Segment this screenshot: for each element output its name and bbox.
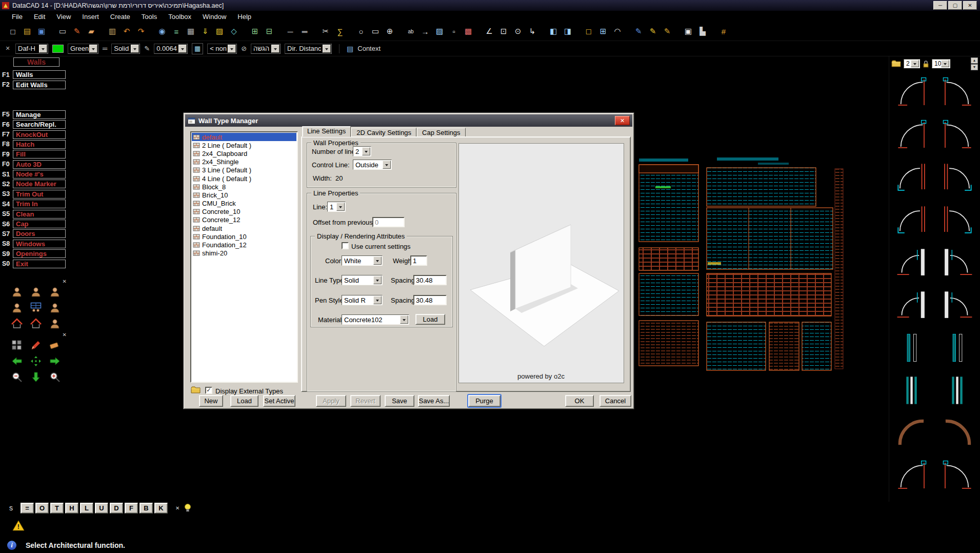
export-icon[interactable]: ⇓ (198, 25, 212, 38)
quick-key-=[interactable]: = (21, 503, 34, 514)
direction-combo[interactable]: Dir. Distanc (285, 44, 332, 54)
color-select[interactable]: White (342, 255, 383, 266)
wall-detail-thumbnail-swing2-r[interactable] (935, 199, 980, 241)
close-button[interactable]: ✕ (963, 1, 977, 10)
door-tool-icon[interactable]: ◻ (582, 25, 595, 38)
layer-combo[interactable]: Daf-H (15, 44, 48, 54)
wall-detail-thumbnail-arc-dim-r[interactable] (935, 411, 980, 454)
roof-icon[interactable] (27, 317, 44, 330)
ok-button[interactable]: OK (565, 395, 594, 407)
spacing-input-1[interactable]: 30.48 (413, 275, 447, 285)
wall-type-item[interactable]: default (192, 224, 296, 232)
center-point-icon[interactable]: ⊕ (383, 25, 396, 38)
scroll-up-icon[interactable]: ▴ (971, 57, 978, 64)
sidebar-item-search-repl-[interactable]: F6Search/Repl. (0, 120, 69, 129)
wall-detail-thumbnail-swing2-l[interactable] (889, 156, 935, 199)
wall-detail-thumbnail-swing-l[interactable] (889, 71, 935, 113)
wall-type-item[interactable]: Concrete_12 (192, 216, 296, 224)
sidebar-item-node-s[interactable]: S1Node #'s (0, 169, 69, 179)
menu-insert[interactable]: Insert (76, 12, 105, 22)
person-icon[interactable] (27, 285, 44, 299)
project-combo[interactable]: הגשה (251, 44, 281, 54)
minimize-button[interactable]: ─ (933, 1, 947, 10)
menu-edit[interactable]: Edit (28, 12, 51, 22)
text-abc-icon[interactable]: ab (404, 25, 417, 38)
external-types-folder-icon[interactable] (191, 386, 201, 393)
camera-icon[interactable]: ◉ (155, 25, 169, 38)
quick-key-D[interactable]: D (110, 503, 123, 514)
person-icon[interactable] (8, 301, 25, 314)
sidebar-item-trim-in[interactable]: S4Trim In (0, 199, 69, 209)
linetype-combo[interactable]: Solid (111, 44, 140, 54)
spacing-combo[interactable]: 0.0064 (154, 44, 188, 54)
eraser-icon[interactable]: ▰ (85, 25, 98, 38)
arrow-icon[interactable]: → (418, 25, 432, 38)
wall-type-item[interactable]: Block_8 (192, 183, 296, 191)
measure-icon[interactable]: ◇ (227, 25, 241, 38)
wall-detail-thumbnail-panel-v[interactable] (889, 326, 935, 369)
arrow-left-icon[interactable] (8, 354, 25, 368)
line-select[interactable]: 1 (327, 202, 346, 212)
quick-key-L[interactable]: L (80, 503, 93, 514)
sidebar-item-hatch[interactable]: F8Hatch (0, 140, 69, 149)
display-external-types-checkbox[interactable] (205, 387, 212, 394)
sidebar-item-windows[interactable]: S8Windows (0, 239, 69, 249)
offset-icon[interactable]: ↳ (526, 25, 539, 38)
weight-input[interactable]: 1 (410, 255, 427, 266)
wall-detail-thumbnail-swing2-l[interactable] (889, 199, 935, 241)
wall-detail-thumbnail-swing-r[interactable] (935, 71, 980, 113)
menu-tools[interactable]: Tools (136, 12, 163, 22)
purge-button[interactable]: Purge (468, 395, 501, 407)
wall-type-item[interactable]: CMU_Brick (192, 200, 296, 208)
menu-window[interactable]: Window (197, 12, 232, 22)
sidebar-item-exit[interactable]: S0Exit (0, 259, 69, 268)
maximize-button[interactable]: ▢ (948, 1, 962, 10)
sidebar-item-fill[interactable]: F9Fill (0, 149, 69, 159)
material-load-button[interactable]: Load (415, 314, 445, 325)
save-as-button[interactable]: Save As... (418, 395, 450, 407)
arrow-down-icon[interactable] (27, 370, 44, 384)
folder-icon[interactable] (891, 60, 901, 67)
wall-type-item[interactable]: 2x4_Shingle (192, 158, 296, 166)
film-icon[interactable]: ▦ (184, 25, 197, 38)
panel-close-icon[interactable] (63, 332, 67, 338)
grid-copy-icon[interactable]: ⊞ (248, 25, 262, 38)
arc-tool-icon[interactable]: ◠ (611, 25, 624, 38)
tiles-icon[interactable] (8, 339, 25, 352)
toolbar-close-icon[interactable] (4, 45, 11, 52)
keys-close-icon[interactable]: ✕ (175, 505, 179, 511)
wall-type-item[interactable]: default (192, 133, 296, 141)
wall-detail-thumbnail-jamb-r[interactable] (935, 241, 980, 284)
wall-detail-thumbnail-swing-r[interactable] (935, 454, 980, 497)
person-icon[interactable] (47, 317, 64, 330)
wall-type-list[interactable]: default2 Line ( Default )2x4_Clapboard2x… (190, 131, 298, 383)
wall-detail-thumbnail-jamb-r[interactable] (935, 284, 980, 326)
save-icon[interactable]: ▣ (35, 25, 48, 38)
quick-key-K[interactable]: K (154, 503, 168, 514)
person-icon[interactable] (47, 285, 64, 299)
eye-icon[interactable]: ⊘ (241, 45, 247, 52)
arrow-right-icon[interactable] (47, 354, 64, 368)
wall-type-item[interactable]: Concrete_10 (192, 208, 296, 216)
window-tool-icon[interactable]: ⊞ (596, 25, 610, 38)
sidebar-item-clean[interactable]: S5Clean (0, 209, 69, 219)
menu-view[interactable]: View (51, 12, 76, 22)
wall-detail-thumbnail-arc-dim-l[interactable] (889, 411, 935, 454)
quick-key-H[interactable]: H (65, 503, 78, 514)
spacing-input-2[interactable]: 30.48 (413, 295, 447, 305)
person-icon[interactable] (47, 301, 64, 314)
zoom-level-combo[interactable]: 10 (932, 59, 950, 68)
printer-icon[interactable]: ▭ (56, 25, 69, 38)
wall-detail-thumbnail-panel-v[interactable] (935, 326, 980, 369)
sidebar-item-doors[interactable]: S7Doors (0, 229, 69, 239)
double-line-icon[interactable]: ═ (298, 25, 311, 38)
tab-line-settings[interactable]: Line Settings (302, 126, 351, 137)
snap-combo[interactable]: < non (207, 44, 237, 54)
color-grid-icon[interactable]: ▩ (462, 25, 475, 38)
sidebar-item-auto-3d[interactable]: F0Auto 3D (0, 160, 69, 169)
mirror-h-icon[interactable]: ◧ (547, 25, 560, 38)
color-combo[interactable]: Green (68, 44, 98, 54)
grid-toggle-icon[interactable]: ▦ (192, 43, 203, 54)
wall-detail-thumbnail-swing2-r[interactable] (935, 156, 980, 199)
material-select[interactable]: Concrete102 (342, 314, 409, 325)
